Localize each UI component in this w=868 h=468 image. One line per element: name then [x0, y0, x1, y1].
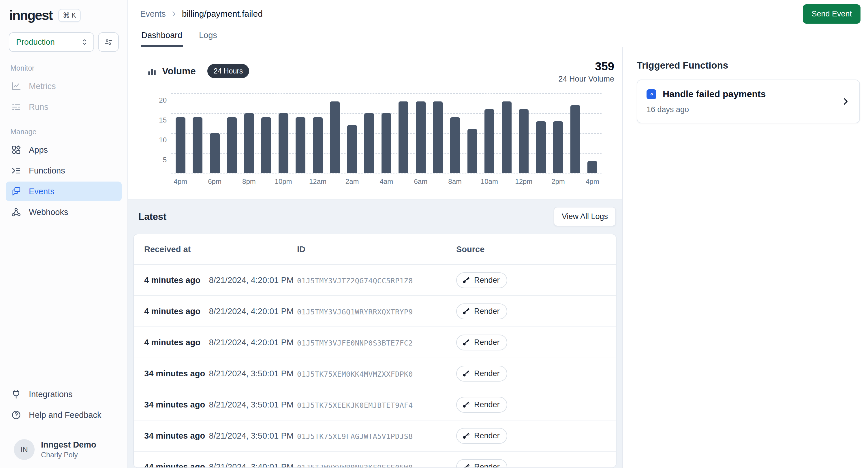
source-cell: Render	[456, 428, 606, 444]
x-tick-label	[257, 177, 275, 186]
id-cell: 01J5TMY3VJTZ2QG74QCC5RP1Z8	[297, 275, 456, 286]
range-badge[interactable]: 24 Hours	[207, 64, 249, 78]
event-row[interactable]: 4 minutes ago8/21/2024, 4:20:01 PM01J5TM…	[134, 327, 616, 358]
volume-bar	[587, 161, 597, 173]
sidebar-item-events[interactable]: Events	[6, 181, 122, 201]
sidebar-item-label: Integrations	[29, 390, 73, 399]
sidebar-item-apps[interactable]: Apps	[6, 140, 122, 160]
event-row[interactable]: 34 minutes ago8/21/2024, 3:50:01 PM01J5T…	[134, 420, 616, 451]
function-time: 16 days ago	[647, 105, 841, 114]
breadcrumb-events[interactable]: Events	[140, 9, 166, 19]
x-tick-label: 4pm	[584, 177, 601, 186]
volume-bar	[296, 117, 305, 173]
triggered-functions-panel: Triggered Functions ‹› Handle failed pay…	[622, 47, 868, 468]
x-tick-label	[463, 177, 480, 186]
environment-value: Production	[16, 37, 55, 47]
sidebar-item-functions[interactable]: Functions	[6, 161, 122, 180]
event-row[interactable]: 4 minutes ago8/21/2024, 4:20:01 PM01J5TM…	[134, 264, 616, 295]
event-row[interactable]: 34 minutes ago8/21/2024, 3:50:01 PM01J5T…	[134, 389, 616, 420]
event-row[interactable]: 34 minutes ago8/21/2024, 3:50:01 PM01J5T…	[134, 358, 616, 389]
nav-section-monitor: Monitor	[6, 54, 122, 75]
received-at-cell: 34 minutes ago8/21/2024, 3:50:01 PM	[144, 400, 297, 409]
sidebar-item-webhooks[interactable]: Webhooks	[6, 202, 122, 222]
sidebar-item-integrations[interactable]: Integrations	[6, 385, 122, 404]
timestamp: 8/21/2024, 3:40:01 PM	[209, 462, 293, 468]
x-tick-label	[223, 177, 240, 186]
source-cell: Render	[456, 335, 606, 350]
volume-bar	[399, 101, 408, 173]
render-icon	[462, 369, 470, 377]
source-label: Render	[474, 307, 500, 316]
sidebar-item-help-and-feedback[interactable]: Help and Feedback	[6, 405, 122, 425]
source-badge[interactable]: Render	[456, 303, 507, 319]
runs-icon	[11, 102, 21, 112]
tab-dashboard[interactable]: Dashboard	[141, 28, 183, 47]
bar-slot	[549, 121, 567, 173]
bar-slot	[567, 105, 584, 173]
received-at-cell: 4 minutes ago8/21/2024, 4:20:01 PM	[144, 307, 297, 316]
y-tick-label: 15	[147, 116, 167, 124]
volume-bar	[227, 117, 237, 173]
view-all-logs-button[interactable]: View All Logs	[554, 207, 616, 226]
column-received-at: Received at	[144, 245, 297, 254]
bar-slot	[292, 117, 309, 173]
sidebar: inngest ⌘ K Production MonitorMetricsRun…	[0, 0, 128, 468]
latest-header: Latest View All Logs	[128, 199, 622, 233]
render-icon	[462, 463, 470, 468]
render-icon	[462, 338, 470, 346]
command-palette-shortcut[interactable]: ⌘ K	[58, 9, 81, 22]
sidebar-item-label: Apps	[29, 145, 48, 155]
x-tick-label: 8pm	[241, 177, 257, 186]
id-cell: 01J5TMY3VJGQ1WRYRRXQXTRYP9	[297, 306, 456, 317]
volume-total: 359	[558, 60, 614, 73]
source-badge[interactable]: Render	[456, 366, 507, 381]
relative-time: 4 minutes ago	[144, 338, 200, 347]
bar-slot	[327, 101, 344, 173]
user-name: Charly Poly	[41, 451, 96, 459]
environment-select[interactable]: Production	[9, 32, 94, 52]
source-badge[interactable]: Render	[456, 428, 507, 444]
volume-bar	[450, 117, 460, 173]
event-id: 01J5TMY3VJTZ2QG74QCC5RP1Z8	[297, 277, 413, 285]
volume-bar	[279, 113, 288, 173]
source-badge[interactable]: Render	[456, 335, 507, 350]
source-badge[interactable]: Render	[456, 272, 507, 288]
functions-icon	[11, 165, 21, 176]
sidebar-item-label: Webhooks	[29, 207, 68, 217]
relative-time: 4 minutes ago	[144, 275, 200, 285]
send-event-button[interactable]: Send Event	[803, 4, 861, 24]
bar-slot	[343, 125, 361, 173]
inngest-logo[interactable]: inngest	[9, 7, 53, 23]
x-tick-label: 6pm	[206, 177, 223, 186]
timestamp: 8/21/2024, 3:50:01 PM	[209, 400, 293, 409]
bar-slot	[464, 129, 481, 173]
sidebar-item-metrics[interactable]: Metrics	[6, 76, 122, 96]
source-label: Render	[474, 369, 500, 378]
x-tick-label: 12pm	[515, 177, 532, 186]
volume-total-label: 24 Hour Volume	[558, 75, 614, 83]
source-label: Render	[474, 431, 500, 440]
chart-x-axis: 4pm6pm8pm10pm12am2am4am6am8am10am12pm2pm…	[171, 177, 601, 186]
source-badge[interactable]: Render	[456, 459, 507, 468]
logo-row: inngest ⌘ K	[0, 0, 127, 28]
bar-slot	[258, 117, 275, 173]
sidebar-item-runs[interactable]: Runs	[6, 97, 122, 117]
triggered-function-card[interactable]: ‹› Handle failed payments 16 days ago	[637, 79, 860, 123]
bar-slot	[515, 109, 532, 173]
tabbar: DashboardLogs	[128, 28, 868, 47]
volume-bar	[502, 101, 512, 173]
source-label: Render	[474, 463, 500, 468]
bar-slot	[532, 121, 550, 173]
x-tick-label	[292, 177, 309, 186]
event-row[interactable]: 44 minutes ago8/21/2024, 3:40:01 PM01J5T…	[134, 451, 616, 468]
environment-settings-button[interactable]	[98, 32, 119, 52]
shortcut-key: K	[72, 11, 76, 19]
x-tick-label: 8am	[446, 177, 463, 186]
source-badge[interactable]: Render	[456, 397, 507, 413]
volume-bar	[519, 109, 529, 173]
event-row[interactable]: 4 minutes ago8/21/2024, 4:20:01 PM01J5TM…	[134, 295, 616, 327]
render-icon	[462, 276, 470, 284]
tab-logs[interactable]: Logs	[198, 28, 218, 47]
user-menu[interactable]: IN Inngest Demo Charly Poly	[6, 432, 122, 468]
chevron-right-icon	[841, 97, 850, 106]
